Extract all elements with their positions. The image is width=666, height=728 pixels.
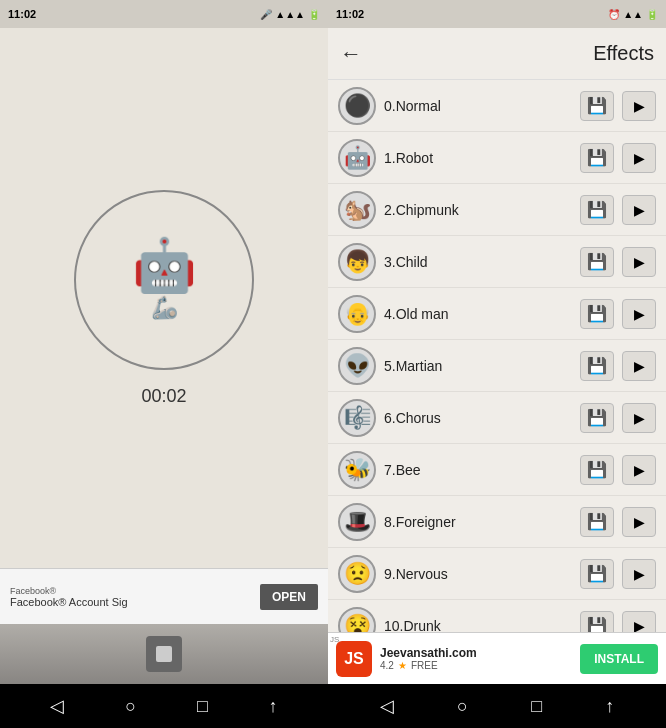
back-nav-left[interactable]: ◁ — [50, 695, 64, 717]
ad-brand-left: Facebook® — [10, 586, 250, 596]
save-btn-5[interactable]: 💾 — [580, 351, 614, 381]
battery-icon: 🔋 — [308, 9, 320, 20]
ad-banner-right[interactable]: JS JS Jeevansathi.com 4.2 ★ FREE INSTALL — [328, 632, 666, 684]
save-btn-0[interactable]: 💾 — [580, 91, 614, 121]
back-arrow-button[interactable]: ← — [340, 41, 362, 67]
effect-item-3: 👦3.Child💾▶ — [328, 236, 666, 288]
save-btn-9[interactable]: 💾 — [580, 559, 614, 589]
status-bar-right: 11:02 ⏰ ▲▲ 🔋 — [328, 0, 666, 28]
price-label: FREE — [411, 660, 438, 671]
save-btn-7[interactable]: 💾 — [580, 455, 614, 485]
effect-name-7: 7.Bee — [384, 462, 572, 478]
timer-display: 00:02 — [141, 386, 186, 407]
play-btn-3[interactable]: ▶ — [622, 247, 656, 277]
time-right: 11:02 — [336, 8, 364, 20]
effect-name-2: 2.Chipmunk — [384, 202, 572, 218]
effect-item-4: 👴4.Old man💾▶ — [328, 288, 666, 340]
effect-avatar-9: 😟 — [338, 555, 376, 593]
effects-list: ⚫0.Normal💾▶🤖1.Robot💾▶🐿️2.Chipmunk💾▶👦3.Ch… — [328, 80, 666, 632]
effects-title: Effects — [374, 42, 654, 65]
signal-icon-right: ▲▲ — [623, 9, 643, 20]
home-nav-left[interactable]: ○ — [125, 696, 136, 717]
effect-avatar-1: 🤖 — [338, 139, 376, 177]
play-btn-4[interactable]: ▶ — [622, 299, 656, 329]
play-btn-2[interactable]: ▶ — [622, 195, 656, 225]
play-btn-7[interactable]: ▶ — [622, 455, 656, 485]
effect-avatar-0: ⚫ — [338, 87, 376, 125]
effect-name-4: 4.Old man — [384, 306, 572, 322]
effect-avatar-7: 🐝 — [338, 451, 376, 489]
effect-name-10: 10.Drunk — [384, 618, 572, 633]
left-panel: 11:02 🎤 ▲▲▲ 🔋 🤖 🦾 00:02 Facebook® Facebo… — [0, 0, 328, 728]
play-btn-8[interactable]: ▶ — [622, 507, 656, 537]
save-btn-6[interactable]: 💾 — [580, 403, 614, 433]
ad-text-left: Facebook® Account Sig — [10, 596, 250, 608]
nav-bar-left: ◁ ○ □ ↑ — [0, 684, 328, 728]
play-btn-5[interactable]: ▶ — [622, 351, 656, 381]
save-btn-10[interactable]: 💾 — [580, 611, 614, 633]
effect-item-8: 🎩8.Foreigner💾▶ — [328, 496, 666, 548]
alarm-icon: ⏰ — [608, 9, 620, 20]
effect-item-2: 🐿️2.Chipmunk💾▶ — [328, 184, 666, 236]
effect-name-8: 8.Foreigner — [384, 514, 572, 530]
effect-item-0: ⚫0.Normal💾▶ — [328, 80, 666, 132]
effect-item-10: 😵10.Drunk💾▶ — [328, 600, 666, 632]
menu-nav-left[interactable]: ↑ — [269, 696, 278, 717]
robot-body-icon: 🦾 — [132, 295, 197, 321]
effect-item-9: 😟9.Nervous💾▶ — [328, 548, 666, 600]
play-btn-10[interactable]: ▶ — [622, 611, 656, 633]
ad-label-right: JS — [330, 635, 339, 644]
right-header: ← Effects — [328, 28, 666, 80]
effect-name-3: 3.Child — [384, 254, 572, 270]
save-btn-1[interactable]: 💾 — [580, 143, 614, 173]
back-nav-right[interactable]: ◁ — [380, 695, 394, 717]
effect-name-5: 5.Martian — [384, 358, 572, 374]
record-circle: 🤖 🦾 — [74, 190, 254, 370]
play-btn-0[interactable]: ▶ — [622, 91, 656, 121]
recents-nav-left[interactable]: □ — [197, 696, 208, 717]
ad-banner-left[interactable]: Facebook® Facebook® Account Sig OPEN — [0, 568, 328, 624]
status-bar-left: 11:02 🎤 ▲▲▲ 🔋 — [0, 0, 328, 28]
signal-icon: ▲▲▲ — [275, 9, 305, 20]
effect-avatar-2: 🐿️ — [338, 191, 376, 229]
effect-item-7: 🐝7.Bee💾▶ — [328, 444, 666, 496]
effect-avatar-5: 👽 — [338, 347, 376, 385]
stop-icon — [156, 646, 172, 662]
effect-avatar-8: 🎩 — [338, 503, 376, 541]
effect-name-6: 6.Chorus — [384, 410, 572, 426]
ad-info-right: Jeevansathi.com 4.2 ★ FREE — [380, 646, 572, 671]
recents-nav-right[interactable]: □ — [531, 696, 542, 717]
mic-icon: 🎤 — [260, 9, 272, 20]
menu-nav-right[interactable]: ↑ — [605, 696, 614, 717]
right-panel: 11:02 ⏰ ▲▲ 🔋 ← Effects ⚫0.Normal💾▶🤖1.Rob… — [328, 0, 666, 728]
effect-avatar-6: 🎼 — [338, 399, 376, 437]
status-icons-right: ⏰ ▲▲ 🔋 — [608, 9, 658, 20]
controls-bar — [0, 624, 328, 684]
robot-display: 🤖 🦾 — [132, 239, 197, 321]
effect-item-6: 🎼6.Chorus💾▶ — [328, 392, 666, 444]
effect-name-1: 1.Robot — [384, 150, 572, 166]
play-btn-6[interactable]: ▶ — [622, 403, 656, 433]
save-btn-4[interactable]: 💾 — [580, 299, 614, 329]
nav-bar-right: ◁ ○ □ ↑ — [328, 684, 666, 728]
rating-value: 4.2 — [380, 660, 394, 671]
save-btn-3[interactable]: 💾 — [580, 247, 614, 277]
recorder-area: 🤖 🦾 00:02 — [0, 28, 328, 568]
open-button[interactable]: OPEN — [260, 584, 318, 610]
play-btn-1[interactable]: ▶ — [622, 143, 656, 173]
save-btn-8[interactable]: 💾 — [580, 507, 614, 537]
home-nav-right[interactable]: ○ — [457, 696, 468, 717]
save-btn-2[interactable]: 💾 — [580, 195, 614, 225]
effect-item-5: 👽5.Martian💾▶ — [328, 340, 666, 392]
effect-name-9: 9.Nervous — [384, 566, 572, 582]
robot-face-icon: 🤖 — [132, 239, 197, 291]
stop-button[interactable] — [146, 636, 182, 672]
ad-content-left: Facebook® Facebook® Account Sig — [10, 586, 250, 608]
play-btn-9[interactable]: ▶ — [622, 559, 656, 589]
ad-icon-js: JS — [336, 641, 372, 677]
ad-rating-row: 4.2 ★ FREE — [380, 660, 572, 671]
install-button[interactable]: INSTALL — [580, 644, 658, 674]
time-left: 11:02 — [8, 8, 36, 20]
status-icons-left: 🎤 ▲▲▲ 🔋 — [260, 9, 320, 20]
effect-item-1: 🤖1.Robot💾▶ — [328, 132, 666, 184]
